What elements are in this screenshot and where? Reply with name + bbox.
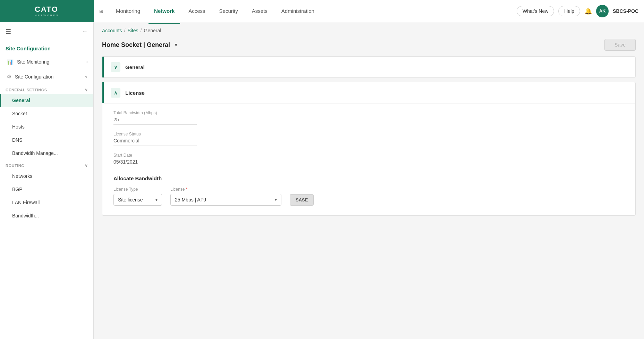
whats-new-button[interactable]: What's New <box>517 6 554 16</box>
routing-chevron-icon: ∨ <box>85 163 88 168</box>
sidebar: ☰ ← Site Configuration 📊 Site Monitoring… <box>0 22 94 339</box>
start-date-value: 05/31/2021 <box>113 159 197 167</box>
general-accordion-header[interactable]: ∨ General <box>102 57 635 77</box>
page-header: Home Socket | General ▼ Save <box>102 39 636 51</box>
license-type-wrapper: Site license User license ▼ <box>113 194 162 206</box>
sidebar-item-site-configuration[interactable]: ⚙ Site Configuration ∨ <box>0 69 93 84</box>
sidebar-top: ☰ ← <box>0 22 93 41</box>
routing-section[interactable]: ROUTING ∨ <box>0 160 93 170</box>
license-collapse-icon: ∧ <box>111 88 120 98</box>
required-indicator: * <box>186 187 188 192</box>
license-type-col: License Type Site license User license ▼ <box>113 187 162 206</box>
sase-badge: SASE <box>290 194 314 206</box>
sidebar-item-bandwidth-routing[interactable]: Bandwidth... <box>0 209 93 222</box>
allocate-title: Allocate Bandwidth <box>113 175 624 181</box>
license-accordion-label: License <box>125 90 145 96</box>
sidebar-item-dns[interactable]: DNS <box>0 133 93 147</box>
license-accordion: ∧ License Total Bandwidth (Mbps) 25 Lice… <box>102 82 636 216</box>
nav-access[interactable]: Access <box>183 5 211 17</box>
license-accordion-header[interactable]: ∧ License <box>102 82 635 103</box>
sidebar-item-hosts[interactable]: Hosts <box>0 120 93 133</box>
breadcrumb-sep-2: / <box>141 28 142 33</box>
breadcrumb-sep-1: / <box>124 28 126 33</box>
license-wrapper: 25 Mbps | APJ 50 Mbps | APJ 100 Mbps | A… <box>170 194 281 206</box>
total-bandwidth-value: 25 <box>113 117 197 125</box>
page-title-row: Home Socket | General ▼ <box>102 41 178 49</box>
bell-icon[interactable]: 🔔 <box>584 7 592 15</box>
user-label: SBCS-POC <box>613 8 638 14</box>
main-content: Accounts / Sites / General Home Socket |… <box>94 22 644 339</box>
general-expand-icon: ∨ <box>111 62 120 72</box>
sidebar-item-socket[interactable]: Socket <box>0 107 93 120</box>
nav-security[interactable]: Security <box>214 5 244 17</box>
breadcrumb-general: General <box>144 28 161 33</box>
form-row: License Type Site license User license ▼ <box>113 187 624 206</box>
license-status-field: License Status Commercial <box>113 132 624 146</box>
breadcrumb-accounts[interactable]: Accounts <box>102 28 122 33</box>
general-accordion-label: General <box>125 64 145 70</box>
logo-sub: NETWORKS <box>35 14 59 17</box>
license-status-value: Commercial <box>113 138 197 146</box>
routing-label: ROUTING <box>6 164 24 168</box>
sidebar-item-general[interactable]: General <box>0 94 93 107</box>
sidebar-item-networks[interactable]: Networks <box>0 170 93 183</box>
license-status-label: License Status <box>113 132 624 137</box>
sidebar-item-label: Site Configuration <box>15 74 53 80</box>
page-title-dropdown-icon[interactable]: ▼ <box>173 42 178 48</box>
chevron-down-icon: ∨ <box>85 74 88 79</box>
total-bandwidth-field: Total Bandwidth (Mbps) 25 <box>113 110 624 125</box>
nav-links: ⊞ Monitoring Network Access Security Ass… <box>94 5 511 17</box>
breadcrumb-sites[interactable]: Sites <box>127 28 138 33</box>
start-date-label: Start Date <box>113 153 624 158</box>
logo[interactable]: CATO NETWORKS <box>0 0 94 22</box>
nav-monitoring[interactable]: Monitoring <box>110 5 146 17</box>
site-monitoring-icon: 📊 <box>7 58 14 65</box>
hamburger-icon[interactable]: ☰ <box>6 28 11 35</box>
license-type-label: License Type <box>113 187 162 192</box>
avatar[interactable]: AK <box>596 5 609 17</box>
top-navigation: CATO NETWORKS ⊞ Monitoring Network Acces… <box>0 0 644 22</box>
content-inner: Accounts / Sites / General Home Socket |… <box>94 22 644 225</box>
sidebar-title: Site Configuration <box>0 41 93 54</box>
start-date-field: Start Date 05/31/2021 <box>113 153 624 167</box>
site-config-icon: ⚙ <box>7 73 11 80</box>
total-bandwidth-label: Total Bandwidth (Mbps) <box>113 110 624 115</box>
general-settings-section[interactable]: GENERAL SETTINGS ∨ <box>0 84 93 94</box>
breadcrumb: Accounts / Sites / General <box>102 28 636 33</box>
help-button[interactable]: Help <box>558 6 580 16</box>
back-arrow-icon[interactable]: ← <box>82 28 88 35</box>
nav-network[interactable]: Network <box>149 5 180 17</box>
allocate-bandwidth-section: Allocate Bandwidth License Type Site lic… <box>113 175 624 206</box>
general-accordion: ∨ General <box>102 56 636 78</box>
license-label: License * <box>170 187 281 192</box>
logo-text: CATO <box>35 5 59 14</box>
section-chevron-icon: ∨ <box>85 88 88 92</box>
license-accordion-body: Total Bandwidth (Mbps) 25 License Status… <box>102 103 635 215</box>
nav-administration[interactable]: Administration <box>276 5 320 17</box>
layout: ☰ ← Site Configuration 📊 Site Monitoring… <box>0 22 644 339</box>
save-button[interactable]: Save <box>604 39 636 51</box>
sase-col: SASE <box>290 194 314 206</box>
license-type-select[interactable]: Site license User license <box>113 194 162 206</box>
nav-assets[interactable]: Assets <box>246 5 273 17</box>
grid-icon[interactable]: ⊞ <box>99 8 103 14</box>
chevron-right-icon: › <box>86 59 88 64</box>
sidebar-item-label: Site Monitoring <box>17 59 49 65</box>
license-col: License * 25 Mbps | APJ 50 Mbps | APJ 10… <box>170 187 281 206</box>
page-title: Home Socket | General <box>102 41 170 49</box>
sidebar-item-lan-firewall[interactable]: LAN Firewall <box>0 196 93 209</box>
sidebar-item-bandwidth-manage[interactable]: Bandwidth Manage... <box>0 147 93 160</box>
license-select[interactable]: 25 Mbps | APJ 50 Mbps | APJ 100 Mbps | A… <box>170 194 281 206</box>
section-label: GENERAL SETTINGS <box>6 88 47 92</box>
sidebar-item-site-monitoring[interactable]: 📊 Site Monitoring › <box>0 54 93 69</box>
nav-right: What's New Help 🔔 AK SBCS-POC <box>511 5 644 17</box>
sidebar-item-bgp[interactable]: BGP <box>0 183 93 196</box>
